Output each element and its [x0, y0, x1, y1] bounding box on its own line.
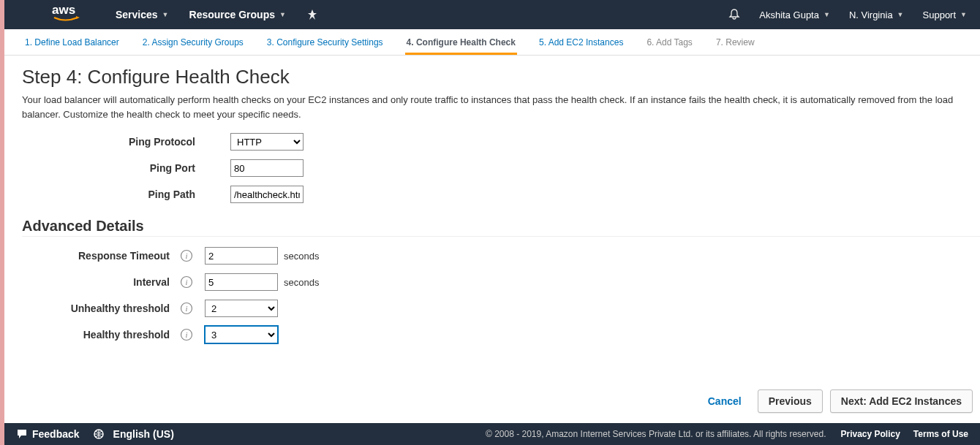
info-icon[interactable]: i [180, 249, 193, 262]
input-interval[interactable] [205, 273, 278, 291]
select-healthy-threshold[interactable]: 3 [205, 326, 278, 343]
nav-support-label: Support [923, 9, 957, 20]
unit-seconds: seconds [284, 277, 319, 288]
wizard-step-2[interactable]: 2. Assign Security Groups [141, 30, 245, 55]
feedback-label: Feedback [32, 428, 80, 440]
input-response-timeout[interactable] [205, 247, 278, 265]
label-interval: Interval [22, 276, 176, 288]
nav-support-menu[interactable]: Support ▼ [923, 9, 967, 20]
nav-region-label: N. Virginia [849, 9, 893, 20]
nav-user-label: Akshita Gupta [759, 9, 819, 20]
svg-text:i: i [185, 251, 187, 260]
info-icon[interactable]: i [180, 302, 193, 315]
feedback-link[interactable]: Feedback [16, 428, 80, 440]
next-button[interactable]: Next: Add EC2 Instances [830, 389, 973, 413]
nav-resource-groups[interactable]: Resource Groups ▼ [189, 9, 286, 20]
cancel-button[interactable]: Cancel [699, 389, 750, 413]
select-ping-protocol[interactable]: HTTP [230, 133, 304, 151]
main-content: Step 4: Configure Health Check Your load… [22, 66, 980, 387]
nav-notifications[interactable] [728, 8, 740, 22]
unit-seconds: seconds [284, 251, 319, 262]
language-label: English (US) [113, 428, 174, 440]
wizard-step-1[interactable]: 1. Define Load Balancer [23, 30, 121, 55]
nav-resource-groups-label: Resource Groups [189, 9, 275, 20]
info-icon[interactable]: i [180, 275, 193, 289]
privacy-link[interactable]: Privacy Policy [840, 429, 900, 439]
page-title: Step 4: Configure Health Check [22, 66, 980, 88]
row-ping-path: Ping Path [22, 186, 980, 203]
label-ping-protocol: Ping Protocol [22, 136, 201, 148]
row-ping-port: Ping Port [22, 159, 980, 177]
bell-icon [728, 8, 740, 20]
caret-down-icon: ▼ [897, 11, 904, 18]
wizard-step-4: 4. Configure Health Check [405, 30, 517, 55]
svg-text:aws: aws [52, 3, 75, 17]
caret-down-icon: ▼ [162, 11, 169, 18]
row-healthy-threshold: Healthy threshold i 3 [22, 326, 980, 343]
left-accent-bar [0, 0, 4, 445]
row-unhealthy-threshold: Unhealthy threshold i 2 [22, 300, 980, 317]
svg-text:i: i [185, 304, 187, 313]
label-unhealthy-threshold: Unhealthy threshold [22, 303, 176, 314]
row-response-timeout: Response Timeout i seconds [22, 247, 980, 265]
caret-down-icon: ▼ [960, 11, 967, 18]
speech-bubble-icon [16, 428, 28, 440]
wizard-step-5[interactable]: 5. Add EC2 Instances [538, 30, 625, 55]
label-ping-path: Ping Path [22, 189, 201, 200]
row-ping-protocol: Ping Protocol HTTP [22, 133, 980, 151]
input-ping-path[interactable] [230, 186, 304, 203]
copyright-text: © 2008 - 2019, Amazon Internet Services … [486, 429, 826, 439]
top-nav: aws Services ▼ Resource Groups ▼ Akshita… [4, 0, 980, 29]
row-interval: Interval i seconds [22, 273, 980, 291]
page-description: Your load balancer will automatically pe… [22, 93, 980, 121]
aws-logo[interactable]: aws [52, 3, 86, 23]
select-unhealthy-threshold[interactable]: 2 [205, 300, 278, 317]
label-response-timeout: Response Timeout [22, 250, 176, 262]
wizard-step-7: 7. Review [715, 30, 756, 55]
wizard-step-3[interactable]: 3. Configure Security Settings [265, 30, 385, 55]
pin-icon [306, 9, 318, 20]
nav-pin[interactable] [306, 9, 318, 20]
nav-user-menu[interactable]: Akshita Gupta ▼ [759, 9, 830, 20]
nav-services[interactable]: Services ▼ [116, 9, 169, 20]
button-bar: Cancel Previous Next: Add EC2 Instances [699, 389, 973, 413]
wizard-step-6: 6. Add Tags [645, 30, 694, 55]
nav-services-label: Services [116, 9, 158, 20]
globe-icon [93, 428, 105, 440]
label-ping-port: Ping Port [22, 162, 201, 174]
section-advanced-header: Advanced Details [22, 218, 980, 237]
terms-link[interactable]: Terms of Use [913, 429, 968, 439]
label-healthy-threshold: Healthy threshold [22, 329, 176, 341]
caret-down-icon: ▼ [279, 11, 286, 18]
input-ping-port[interactable] [230, 159, 304, 177]
svg-text:i: i [185, 330, 187, 339]
nav-region-menu[interactable]: N. Virginia ▼ [849, 9, 904, 20]
svg-text:i: i [185, 278, 187, 286]
caret-down-icon: ▼ [823, 11, 830, 18]
language-selector[interactable]: English (US) [93, 428, 174, 440]
info-icon[interactable]: i [180, 328, 193, 341]
previous-button[interactable]: Previous [758, 389, 823, 413]
wizard-steps: 1. Define Load Balancer 2. Assign Securi… [4, 29, 980, 56]
footer: Feedback English (US) © 2008 - 2019, Ama… [4, 423, 980, 445]
